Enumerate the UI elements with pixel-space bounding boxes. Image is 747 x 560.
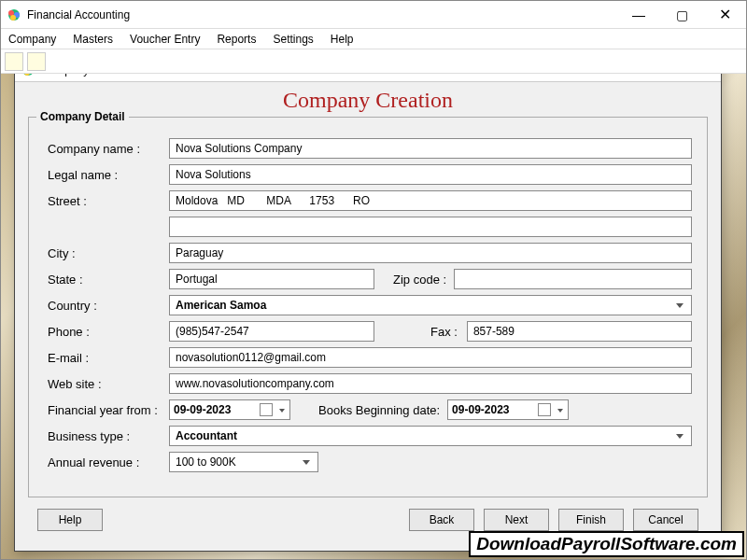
menu-company[interactable]: Company bbox=[8, 33, 56, 46]
legal-name-input[interactable]: Nova Solutions bbox=[169, 164, 692, 185]
group-label: Company Detail bbox=[36, 110, 129, 123]
menu-help[interactable]: Help bbox=[331, 33, 354, 46]
client-area: Company Creation ✕ Company Creation Comp… bbox=[1, 74, 746, 559]
window-controls: — ▢ ✕ bbox=[617, 1, 746, 28]
label-annual-revenue: Annual revenue : bbox=[44, 455, 169, 469]
calendar-icon bbox=[538, 403, 551, 416]
dialog-close-button[interactable]: ✕ bbox=[687, 74, 715, 77]
label-email: E-mail : bbox=[44, 351, 169, 365]
app-title: Financial Accounting bbox=[27, 8, 617, 21]
next-button[interactable]: Next bbox=[484, 509, 549, 531]
street-input-1[interactable]: Moldova MD MDA 1753 RO bbox=[169, 190, 692, 211]
phone-input[interactable]: (985)547-2547 bbox=[169, 321, 374, 342]
dialog-icon bbox=[21, 74, 35, 77]
label-books-date: Books Beginning date: bbox=[290, 403, 447, 417]
country-select[interactable]: American Samoa bbox=[169, 295, 692, 315]
label-city: City : bbox=[44, 246, 169, 260]
company-detail-group: Company Detail Company name : Nova Solut… bbox=[28, 117, 708, 497]
label-company-name: Company name : bbox=[44, 142, 169, 156]
menu-voucher[interactable]: Voucher Entry bbox=[130, 33, 200, 46]
business-type-select[interactable]: Accountant bbox=[169, 426, 692, 446]
label-phone: Phone : bbox=[44, 325, 169, 339]
zip-input[interactable] bbox=[454, 269, 692, 289]
label-zip: Zip code : bbox=[374, 273, 454, 287]
books-date-value: 09-09-2023 bbox=[452, 403, 509, 416]
back-button[interactable]: Back bbox=[409, 509, 474, 531]
cancel-button[interactable]: Cancel bbox=[633, 509, 698, 531]
svg-point-3 bbox=[10, 15, 16, 21]
toolbar bbox=[1, 49, 746, 74]
label-street: Street : bbox=[44, 194, 169, 208]
close-button[interactable]: ✕ bbox=[703, 1, 746, 28]
website-input[interactable]: www.novasolutioncompany.com bbox=[169, 373, 692, 394]
menu-settings[interactable]: Settings bbox=[273, 33, 313, 46]
main-titlebar: Financial Accounting — ▢ ✕ bbox=[1, 1, 746, 29]
help-button[interactable]: Help bbox=[37, 509, 103, 531]
dialog-titlebar: Company Creation ✕ bbox=[15, 74, 721, 82]
watermark: DownloadPayrollSoftware.com bbox=[469, 531, 744, 557]
email-input[interactable]: novasolution0112@gmail.com bbox=[169, 347, 692, 368]
company-name-input[interactable]: Nova Solutions Company bbox=[169, 138, 692, 159]
fin-year-date[interactable]: 09-09-2023 bbox=[169, 399, 290, 420]
books-date[interactable]: 09-09-2023 bbox=[447, 399, 569, 420]
annual-revenue-select[interactable]: 100 to 900K bbox=[169, 452, 318, 472]
dialog-title: Company Creation bbox=[41, 74, 687, 77]
city-input[interactable]: Paraguay bbox=[169, 243, 692, 263]
menu-reports[interactable]: Reports bbox=[217, 33, 256, 46]
menubar: Company Masters Voucher Entry Reports Se… bbox=[1, 29, 746, 49]
main-window: Financial Accounting — ▢ ✕ Company Maste… bbox=[0, 0, 747, 560]
toolbar-button-2[interactable] bbox=[27, 52, 46, 71]
label-country: Country : bbox=[44, 299, 169, 313]
street-input-2[interactable] bbox=[169, 217, 692, 237]
state-input[interactable]: Portugal bbox=[169, 269, 374, 289]
toolbar-button-1[interactable] bbox=[5, 52, 23, 71]
label-legal-name: Legal name : bbox=[44, 168, 169, 182]
finish-button[interactable]: Finish bbox=[558, 509, 624, 531]
menu-masters[interactable]: Masters bbox=[73, 33, 113, 46]
label-business-type: Business type : bbox=[44, 429, 169, 443]
calendar-icon bbox=[260, 403, 273, 416]
fin-year-value: 09-09-2023 bbox=[174, 403, 231, 416]
company-creation-dialog: Company Creation ✕ Company Creation Comp… bbox=[14, 74, 722, 552]
label-fax: Fax : bbox=[374, 325, 467, 339]
minimize-button[interactable]: — bbox=[617, 1, 660, 28]
maximize-button[interactable]: ▢ bbox=[660, 1, 703, 28]
label-website: Web site : bbox=[44, 377, 169, 391]
label-fin-year: Financial year from : bbox=[44, 403, 169, 417]
fax-input[interactable]: 857-589 bbox=[467, 321, 692, 342]
label-state: State : bbox=[44, 273, 169, 287]
app-icon bbox=[7, 7, 21, 22]
